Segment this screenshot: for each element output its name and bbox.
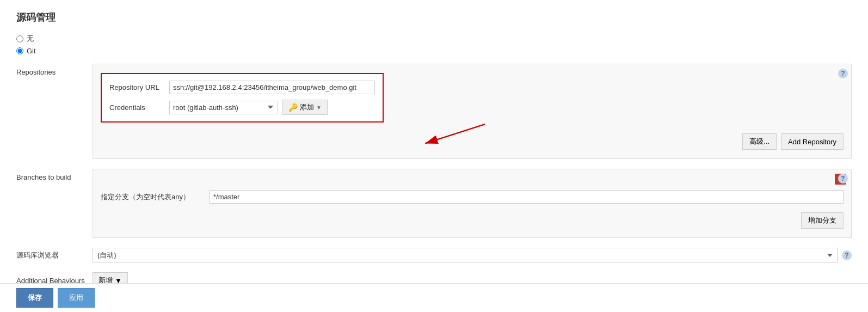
- repo-url-label: Repository URL: [109, 83, 169, 91]
- credentials-select[interactable]: root (gitlab-auth-ssh): [169, 101, 278, 114]
- radio-git-label: Git: [27, 47, 36, 55]
- repositories-section: Repositories ? Repository URL Credential…: [16, 64, 852, 159]
- radio-git[interactable]: Git: [16, 47, 852, 55]
- key-icon: 🔑: [288, 103, 298, 112]
- add-credentials-arrow: ▼: [316, 105, 322, 111]
- source-browser-select-wrap: (自动) ?: [93, 248, 852, 262]
- repo-url-input[interactable]: [169, 81, 375, 94]
- repositories-help-icon[interactable]: ?: [838, 69, 848, 78]
- source-browser-help-icon[interactable]: ?: [842, 250, 852, 260]
- branch-input-label: 指定分支（为空时代表any）: [101, 192, 210, 202]
- branches-help-icon[interactable]: ?: [838, 174, 848, 183]
- source-browser-section: 源码库浏览器 (自动) ?: [16, 248, 852, 262]
- add-credentials-button[interactable]: 🔑 添加 ▼: [282, 100, 328, 115]
- add-credentials-label: 添加: [300, 102, 314, 112]
- repo-action-buttons: 高级... Add Repository: [101, 133, 844, 150]
- add-repository-button[interactable]: Add Repository: [781, 133, 844, 150]
- credentials-label: Credentials: [109, 103, 169, 112]
- source-browser-select[interactable]: (自动): [93, 248, 838, 262]
- radio-none-label: 无: [27, 34, 34, 44]
- branches-section: Branches to build ✕ ? 指定分支（为空时代表any） 增加分…: [16, 169, 852, 238]
- repo-url-row: Repository URL: [109, 81, 375, 94]
- radio-none[interactable]: 无: [16, 34, 852, 44]
- source-browser-label: 源码库浏览器: [16, 250, 93, 260]
- repository-box: Repository URL Credentials root (gitlab-…: [101, 73, 384, 123]
- bottom-buttons: 保存 应用: [0, 283, 868, 312]
- radio-git-input[interactable]: [16, 47, 23, 54]
- apply-button[interactable]: 应用: [58, 288, 95, 308]
- branches-label: Branches to build: [16, 169, 93, 238]
- add-branch-button[interactable]: 增加分支: [801, 212, 844, 229]
- source-control-options: 无 Git: [16, 34, 852, 55]
- advanced-button[interactable]: 高级...: [742, 133, 777, 150]
- credentials-row: Credentials root (gitlab-auth-ssh) 🔑 添加 …: [109, 100, 375, 115]
- save-button[interactable]: 保存: [16, 288, 53, 308]
- branch-field-row: 指定分支（为空时代表any）: [101, 190, 844, 204]
- page-title: 源码管理: [16, 11, 852, 24]
- branch-input[interactable]: [210, 190, 844, 204]
- radio-none-input[interactable]: [16, 35, 23, 42]
- repositories-label: Repositories: [16, 64, 93, 159]
